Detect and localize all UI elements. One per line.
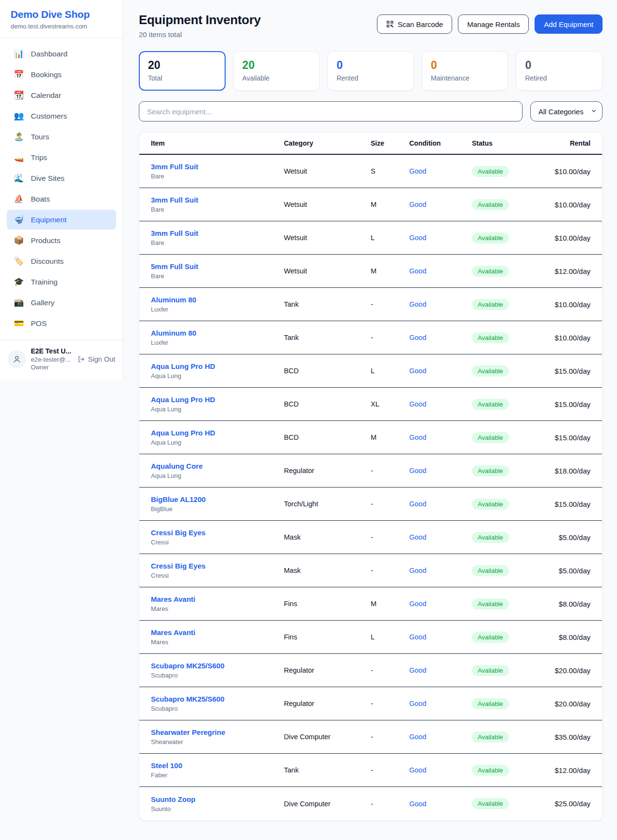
item-condition-link[interactable]: Good bbox=[409, 400, 472, 408]
add-equipment-label: Add Equipment bbox=[544, 20, 593, 28]
stat-card-retired[interactable]: 0 Retired bbox=[516, 51, 603, 91]
stat-card-maintenance[interactable]: 0 Maintenance bbox=[422, 51, 509, 91]
item-condition-link[interactable]: Good bbox=[409, 267, 472, 275]
item-name-link[interactable]: Cressi Big Eyes bbox=[151, 528, 284, 537]
item-name-link[interactable]: 3mm Full Suit bbox=[151, 163, 284, 171]
sign-out-button[interactable]: Sign Out bbox=[78, 355, 115, 363]
item-condition-link[interactable]: Good bbox=[409, 633, 472, 641]
sidebar-item-label: Equipment bbox=[31, 216, 67, 224]
item-condition-link[interactable]: Good bbox=[409, 367, 472, 375]
item-condition-link[interactable]: Good bbox=[409, 567, 472, 574]
item-name-link[interactable]: Aqua Lung Pro HD bbox=[151, 362, 284, 370]
item-condition-link[interactable]: Good bbox=[409, 700, 472, 707]
status-badge: Available bbox=[472, 732, 509, 743]
item-name-link[interactable]: BigBlue AL1200 bbox=[151, 495, 284, 503]
item-name-link[interactable]: Aluminum 80 bbox=[151, 296, 284, 304]
item-name-link[interactable]: Mares Avanti bbox=[151, 628, 284, 637]
item-rental-price: $18.00/day bbox=[549, 467, 590, 475]
sidebar-item-dive-sites[interactable]: 🌊 Dive Sites bbox=[7, 168, 116, 188]
sidebar-item-calendar[interactable]: 📆 Calendar bbox=[7, 85, 116, 105]
stat-card-rented[interactable]: 0 Rented bbox=[327, 51, 414, 91]
status-badge: Available bbox=[472, 266, 509, 277]
item-name-link[interactable]: Scubapro MK25/S600 bbox=[151, 695, 284, 703]
sidebar-item-equipment[interactable]: 🤿 Equipment bbox=[7, 210, 116, 230]
status-badge: Available bbox=[472, 332, 509, 343]
item-name-link[interactable]: Aqua Lung Pro HD bbox=[151, 395, 284, 404]
sidebar-item-label: Gallery bbox=[31, 298, 54, 307]
sidebar-item-tours[interactable]: 🏝️ Tours bbox=[7, 127, 116, 147]
scan-barcode-button[interactable]: Scan Barcode bbox=[377, 14, 452, 34]
sidebar-item-label: Dashboard bbox=[31, 50, 67, 58]
item-name-link[interactable]: Aqua Lung Pro HD bbox=[151, 429, 284, 437]
item-name-link[interactable]: Mares Avanti bbox=[151, 595, 284, 603]
item-name-link[interactable]: 3mm Full Suit bbox=[151, 196, 284, 204]
sidebar-item-gallery[interactable]: 📸 Gallery bbox=[7, 293, 116, 312]
item-condition-link[interactable]: Good bbox=[409, 234, 472, 242]
sidebar-nav: 📊 Dashboard 📅 Bookings 📆 Calendar 👥 Cust… bbox=[0, 38, 123, 340]
item-condition-link[interactable]: Good bbox=[409, 533, 472, 541]
sidebar-item-products[interactable]: 📦 Products bbox=[7, 230, 116, 250]
item-rental-price: $20.00/day bbox=[549, 666, 590, 675]
sidebar-item-dashboard[interactable]: 📊 Dashboard bbox=[7, 44, 116, 64]
item-name-link[interactable]: 3mm Full Suit bbox=[151, 229, 284, 237]
item-brand: Bare bbox=[151, 239, 284, 246]
item-name-link[interactable]: Aqualung Core bbox=[151, 462, 284, 470]
user-email: e2e-tester@... bbox=[31, 356, 73, 363]
sidebar-item-bookings[interactable]: 📅 Bookings bbox=[7, 65, 116, 84]
item-category: Wetsuit bbox=[284, 167, 371, 175]
item-name-link[interactable]: Suunto Zoop bbox=[151, 795, 284, 803]
table-row: 3mm Full Suit Bare Wetsuit L Good Availa… bbox=[139, 221, 602, 255]
pos-icon: 💳 bbox=[13, 318, 24, 328]
stat-card-total[interactable]: 20 Total bbox=[139, 51, 226, 91]
item-name-link[interactable]: Steel 100 bbox=[151, 761, 284, 770]
status-badge: Available bbox=[472, 432, 509, 443]
sign-out-label: Sign Out bbox=[88, 355, 115, 363]
dashboard-icon: 📊 bbox=[13, 49, 24, 59]
item-condition-link[interactable]: Good bbox=[409, 467, 472, 474]
sidebar-item-customers[interactable]: 👥 Customers bbox=[7, 106, 116, 126]
sidebar-item-discounts[interactable]: 🏷️ Discounts bbox=[7, 251, 116, 271]
item-condition-link[interactable]: Good bbox=[409, 500, 472, 508]
user-avatar bbox=[8, 350, 26, 368]
item-condition-link[interactable]: Good bbox=[409, 167, 472, 175]
item-condition-link[interactable]: Good bbox=[409, 201, 472, 208]
status-badge: Available bbox=[472, 532, 509, 543]
table-row: Cressi Big Eyes Cressi Mask - Good Avail… bbox=[139, 521, 602, 554]
manage-rentals-button[interactable]: Manage Rentals bbox=[458, 14, 529, 34]
item-name-link[interactable]: Cressi Big Eyes bbox=[151, 562, 284, 570]
item-size: M bbox=[371, 434, 409, 441]
status-badge: Available bbox=[472, 765, 509, 776]
brand-name[interactable]: Demo Dive Shop bbox=[11, 9, 112, 20]
item-condition-link[interactable]: Good bbox=[409, 733, 472, 741]
item-rental-price: $15.00/day bbox=[549, 367, 590, 375]
item-name-link[interactable]: 5mm Full Suit bbox=[151, 262, 284, 271]
category-select[interactable]: All Categories bbox=[530, 101, 603, 122]
sidebar-item-trips[interactable]: 🚤 Trips bbox=[7, 148, 116, 167]
item-condition-link[interactable]: Good bbox=[409, 434, 472, 441]
add-equipment-button[interactable]: Add Equipment bbox=[535, 14, 603, 34]
stat-card-available[interactable]: 20 Available bbox=[233, 51, 320, 91]
item-condition-link[interactable]: Good bbox=[409, 334, 472, 341]
sidebar-item-pos[interactable]: 💳 POS bbox=[7, 313, 116, 333]
item-name-link[interactable]: Aluminum 80 bbox=[151, 329, 284, 337]
item-condition-link[interactable]: Good bbox=[409, 800, 472, 808]
stat-label: Available bbox=[242, 74, 311, 82]
item-name-link[interactable]: Scubapro MK25/S600 bbox=[151, 662, 284, 670]
item-brand: Aqua Lung bbox=[151, 406, 284, 413]
user-box: E2E Test U... e2e-tester@... Owner Sign … bbox=[0, 340, 123, 378]
sidebar-item-boats[interactable]: ⛵ Boats bbox=[7, 189, 116, 209]
item-rental-price: $15.00/day bbox=[549, 500, 590, 508]
search-input[interactable] bbox=[139, 101, 523, 122]
status-badge: Available bbox=[472, 299, 509, 310]
item-condition-link[interactable]: Good bbox=[409, 766, 472, 774]
item-condition-link[interactable]: Good bbox=[409, 666, 472, 674]
item-rental-price: $10.00/day bbox=[549, 334, 590, 342]
item-category: Regulator bbox=[284, 700, 371, 707]
item-brand: Luxfer bbox=[151, 339, 284, 346]
item-name-link[interactable]: Shearwater Peregrine bbox=[151, 728, 284, 736]
sidebar-item-training[interactable]: 🎓 Training bbox=[7, 272, 116, 292]
item-condition-link[interactable]: Good bbox=[409, 600, 472, 608]
customers-icon: 👥 bbox=[13, 111, 24, 121]
item-condition-link[interactable]: Good bbox=[409, 300, 472, 308]
stat-label: Maintenance bbox=[431, 74, 499, 82]
